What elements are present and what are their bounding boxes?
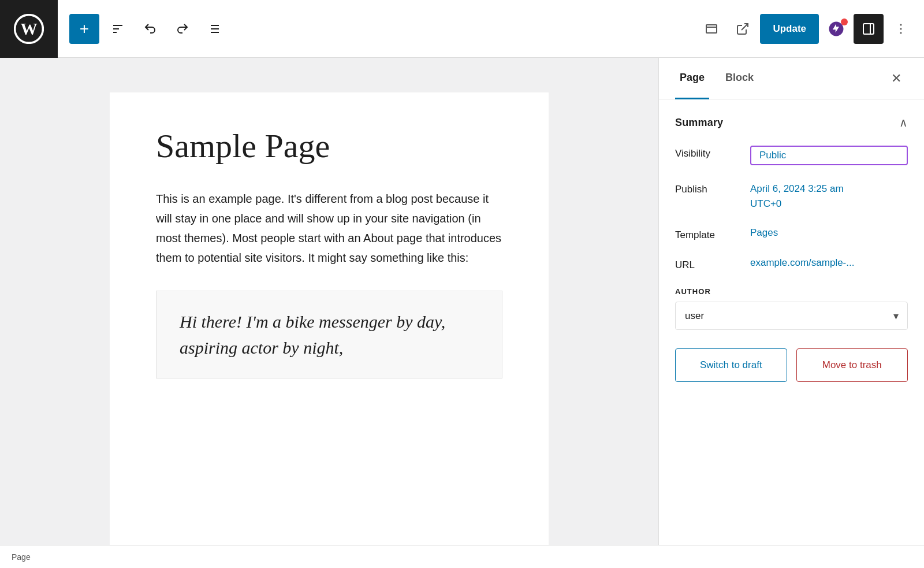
svg-point-6 [900, 28, 902, 29]
svg-point-7 [900, 32, 902, 34]
publish-label: Publish [675, 181, 750, 195]
quote-text[interactable]: Hi there! I'm a bike messenger by day, a… [180, 309, 479, 361]
url-row: URL example.com/sample-... [675, 257, 908, 271]
status-label: Page [12, 552, 31, 562]
svg-point-5 [900, 24, 902, 25]
author-select[interactable]: user [675, 302, 908, 330]
url-label: URL [675, 257, 750, 271]
more-options-button[interactable] [887, 15, 915, 43]
sidebar: Page Block ✕ Summary ∧ Visibility Public… [658, 58, 924, 568]
template-row: Template Pages [675, 227, 908, 241]
yoast-status-dot [841, 18, 848, 25]
svg-line-3 [742, 24, 748, 30]
page-title[interactable]: Sample Page [156, 127, 502, 166]
status-bar: Page [0, 545, 924, 568]
svg-rect-4 [863, 24, 874, 34]
author-label: AUTHOR [675, 287, 908, 296]
template-value[interactable]: Pages [750, 227, 908, 239]
publish-row: Publish April 6, 2024 3:25 amUTC+0 [675, 181, 908, 211]
move-to-trash-button[interactable]: Move to trash [796, 348, 908, 382]
tools-button[interactable] [104, 15, 132, 43]
tab-page[interactable]: Page [675, 58, 709, 99]
summary-collapse-button[interactable]: ∧ [899, 116, 908, 129]
main-layout: Sample Page This is an example page. It'… [0, 58, 924, 568]
yoast-icon[interactable] [822, 15, 850, 43]
visibility-label: Visibility [675, 146, 750, 159]
toolbar-right: Update [698, 14, 915, 44]
url-value[interactable]: example.com/sample-... [750, 257, 908, 269]
visibility-row: Visibility Public [675, 146, 908, 165]
visibility-value[interactable]: Public [750, 146, 908, 165]
wp-logo: W [0, 0, 58, 58]
tab-block[interactable]: Block [721, 58, 758, 99]
summary-title: Summary [675, 117, 723, 129]
external-link-button[interactable] [729, 15, 757, 43]
list-view-button[interactable] [201, 15, 229, 43]
switch-to-draft-button[interactable]: Switch to draft [675, 348, 787, 382]
author-section: AUTHOR user [675, 287, 908, 330]
update-button[interactable]: Update [760, 14, 819, 44]
summary-header: Summary ∧ [675, 116, 908, 129]
sidebar-toggle-button[interactable] [854, 14, 884, 44]
quote-block: Hi there! I'm a bike messenger by day, a… [156, 291, 502, 378]
editor-area[interactable]: Sample Page This is an example page. It'… [0, 58, 658, 568]
undo-button[interactable] [136, 15, 164, 43]
action-buttons: Switch to draft Move to trash [675, 348, 908, 382]
toolbar: W + [0, 0, 924, 58]
page-body[interactable]: This is an example page. It's different … [156, 189, 502, 268]
svg-rect-2 [706, 25, 717, 33]
sidebar-tabs: Page Block ✕ [659, 58, 924, 99]
add-block-button[interactable]: + [69, 14, 99, 44]
author-select-wrapper: user [675, 302, 908, 330]
editor-content: Sample Page This is an example page. It'… [110, 92, 549, 555]
template-label: Template [675, 227, 750, 241]
publish-value[interactable]: April 6, 2024 3:25 amUTC+0 [750, 181, 908, 211]
view-button[interactable] [698, 15, 725, 43]
redo-button[interactable] [169, 15, 196, 43]
svg-text:W: W [20, 19, 37, 38]
sidebar-close-button[interactable]: ✕ [885, 67, 908, 90]
sidebar-content: Summary ∧ Visibility Public Publish Apri… [659, 99, 924, 568]
